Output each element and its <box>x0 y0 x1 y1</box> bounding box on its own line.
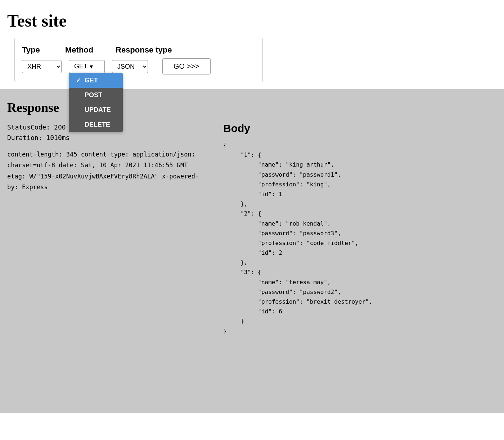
go-button[interactable]: GO >>> <box>162 58 211 74</box>
page-title: Test site <box>0 0 504 38</box>
duration: Duration: 1010ms <box>7 133 209 143</box>
method-dropdown-arrow: ▾ <box>90 63 93 71</box>
method-dropdown-container: GET ▾ ✓ GET POST UPDATE <box>69 60 105 73</box>
body-title: Body <box>223 122 497 135</box>
method-post-label: POST <box>85 91 102 99</box>
method-update-label: UPDATE <box>85 106 111 114</box>
checkmark-icon: ✓ <box>76 77 82 84</box>
body-code: { "1": { "name": "king arthur", "passwor… <box>223 140 497 336</box>
method-item-update[interactable]: UPDATE <box>69 103 123 117</box>
method-get-label: GET <box>85 77 98 84</box>
page-header: Test site <box>0 0 504 38</box>
method-delete-label: DELETE <box>85 121 110 128</box>
type-label: Type <box>22 45 51 55</box>
method-dropdown-menu: ✓ GET POST UPDATE DELETE <box>69 73 123 132</box>
method-item-post[interactable]: POST <box>69 88 123 103</box>
method-item-delete[interactable]: DELETE <box>69 117 123 132</box>
method-label: Method <box>65 45 101 55</box>
method-item-get[interactable]: ✓ GET <box>69 73 123 88</box>
response-headers: content-length: 345 content-type: applic… <box>7 149 209 193</box>
response-section: Response StatusCode: 200 Duration: 1010m… <box>0 89 504 413</box>
response-type-select[interactable]: JSON XML Text <box>112 60 148 73</box>
type-select[interactable]: XHR Fetch <box>22 60 62 73</box>
controls-panel: Type Method Response type XHR Fetch GET … <box>14 38 263 82</box>
method-button[interactable]: GET ▾ <box>69 60 105 73</box>
method-selected-label: GET <box>74 63 87 70</box>
response-type-label: Response type <box>116 45 173 55</box>
